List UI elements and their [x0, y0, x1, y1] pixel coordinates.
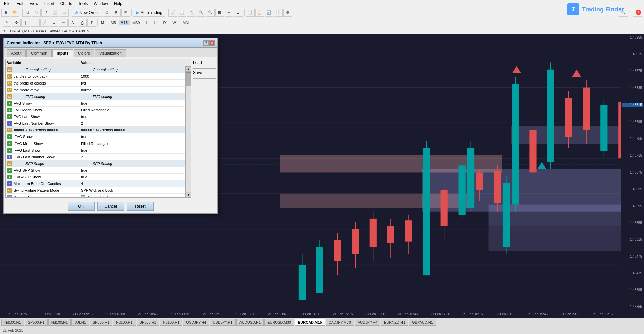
- tf-m15[interactable]: M15: [119, 20, 130, 25]
- toolbar-clock[interactable]: 🕐: [274, 9, 283, 17]
- ok-button[interactable]: OK: [68, 202, 95, 211]
- toolbar-forward[interactable]: ▷: [32, 9, 41, 17]
- menu-charts[interactable]: Charts: [58, 1, 75, 7]
- menu-tools[interactable]: Tools: [75, 1, 90, 7]
- table-row[interactable]: ▲ FVG Mode Show Filled Rectangale: [6, 107, 191, 113]
- table-row[interactable]: ab Swing Failure Pattern Mode SPF Wick a…: [6, 187, 191, 194]
- tf-h1[interactable]: H1: [142, 20, 151, 25]
- bottom-tab-13[interactable]: CADJPY,M30: [326, 319, 354, 326]
- dialog-close-button[interactable]: ✕: [209, 40, 215, 46]
- toolbar-crosshair[interactable]: ✛: [225, 9, 233, 17]
- bottom-tab-10[interactable]: AUDUSD,H1: [236, 319, 264, 326]
- bottom-tab-0[interactable]: Nd100,H1: [1, 319, 24, 326]
- toolbar-zoom-in[interactable]: 🔍: [206, 9, 215, 17]
- draw-cursor[interactable]: ↖: [3, 19, 11, 27]
- bottom-tab-1[interactable]: SP500,H1: [25, 319, 48, 326]
- dialog-help-button[interactable]: ?: [203, 40, 209, 46]
- toolbar-rect[interactable]: ▭: [60, 9, 69, 17]
- table-row[interactable]: ▲ FVG Last Show true: [6, 113, 191, 120]
- toolbar-grid[interactable]: ⊞: [215, 9, 224, 17]
- toolbar-btn1[interactable]: ⬡: [103, 9, 111, 17]
- draw-trendline[interactable]: ╱: [40, 19, 49, 27]
- bottom-tab-16[interactable]: GBPAUD,H1: [409, 319, 436, 326]
- autotrading-button[interactable]: ▶ AutoTrading: [133, 9, 165, 17]
- draw-label[interactable]: A̲: [78, 19, 87, 27]
- load-button[interactable]: Load: [193, 60, 216, 69]
- table-row[interactable]: ▲ iFVG Last Show true: [6, 147, 191, 154]
- tf-h4[interactable]: H4: [152, 20, 160, 25]
- toolbar-reload[interactable]: ↺: [41, 9, 50, 17]
- toolbar-period[interactable]: ⊿: [234, 9, 243, 17]
- bottom-tab-11[interactable]: EURUSD,M30: [264, 319, 294, 326]
- draw-line[interactable]: |: [21, 19, 30, 27]
- bottom-tab-6[interactable]: SP500,H1: [137, 319, 159, 326]
- tf-m1[interactable]: M1: [99, 20, 108, 25]
- draw-arrow[interactable]: ⬆: [87, 19, 96, 27]
- table-row[interactable]: ▲ iFVG Show true: [6, 133, 191, 140]
- bottom-tab-14[interactable]: AUDJPY,H4: [355, 319, 380, 326]
- tab-visualization[interactable]: Visualization: [95, 49, 126, 57]
- menu-file[interactable]: File: [1, 1, 13, 7]
- tf-m30[interactable]: M30: [130, 20, 142, 25]
- toolbar-template[interactable]: 📋: [255, 9, 264, 17]
- scrollbar-thumb[interactable]: [186, 72, 191, 86]
- table-row[interactable]: s iFVG Last Number Show 2: [6, 154, 191, 160]
- toolbar-chart1[interactable]: 📈: [168, 9, 177, 17]
- menu-insert[interactable]: Insert: [42, 1, 57, 7]
- toolbar-btn2[interactable]: ⚑: [112, 9, 121, 17]
- toolbar-indicator[interactable]: 📑: [246, 9, 255, 17]
- bottom-tab-3[interactable]: DJI,H1: [71, 319, 89, 326]
- tf-mn[interactable]: MN: [181, 20, 191, 25]
- save-button[interactable]: Save: [193, 70, 216, 79]
- toolbar-chart3[interactable]: 📉: [187, 9, 196, 17]
- table-row[interactable]: s Maximum BreakOut Candles 4: [6, 180, 191, 187]
- menu-window[interactable]: Window: [91, 1, 111, 7]
- menu-view[interactable]: View: [27, 1, 41, 7]
- bottom-tab-12[interactable]: EURCAD,M15: [295, 319, 325, 326]
- bottom-tab-2[interactable]: Nd100,H1: [48, 319, 71, 326]
- tf-w1[interactable]: W1: [171, 20, 180, 25]
- bottom-tab-4[interactable]: SP500,H1: [90, 319, 112, 326]
- draw-text[interactable]: A: [68, 19, 77, 27]
- bottom-tab-5[interactable]: Nd100,H1: [113, 319, 136, 326]
- table-row[interactable]: ▲ iFVG-SFP Show true: [6, 174, 191, 180]
- menu-edit[interactable]: Edit: [14, 1, 26, 7]
- table-row[interactable]: ab candles to look back 1000: [6, 73, 191, 80]
- toolbar-btn3[interactable]: ✉: [121, 9, 130, 17]
- bottom-tab-7[interactable]: Nd100,H1: [160, 319, 183, 326]
- draw-pen[interactable]: ✏: [59, 19, 68, 27]
- tab-common[interactable]: Common: [26, 49, 52, 57]
- toolbar-back[interactable]: ◁: [22, 9, 31, 17]
- cancel-button[interactable]: Cancel: [97, 202, 124, 211]
- bottom-tab-9[interactable]: USDJPY,H1: [210, 319, 235, 326]
- reset-button[interactable]: Reset: [127, 202, 154, 211]
- toolbar-open[interactable]: 📂: [11, 9, 19, 17]
- menu-help[interactable]: Help: [111, 1, 125, 7]
- table-row[interactable]: ◼ SupportZone 188,200,250: [6, 194, 191, 197]
- tf-m5[interactable]: M5: [109, 20, 118, 25]
- tab-colors[interactable]: Colors: [74, 49, 94, 57]
- table-row[interactable]: ▲ FVG-SFP Show true: [6, 167, 191, 174]
- draw-channel[interactable]: ≡: [50, 19, 58, 27]
- table-row[interactable]: ab the mode of fvg normal: [6, 87, 191, 93]
- tab-about[interactable]: About: [7, 49, 26, 57]
- table-row[interactable]: ▲ FVG Show true: [6, 100, 191, 107]
- tf-d1[interactable]: D1: [161, 20, 170, 25]
- table-row[interactable]: ▲ iFVG Mode Show Filled Rectangale: [6, 140, 191, 147]
- toolbar-stop[interactable]: ⬜: [51, 9, 59, 17]
- toolbar-expert[interactable]: ⚙: [283, 9, 292, 17]
- toolbar-zoom-out[interactable]: 🔍: [197, 9, 205, 17]
- table-row[interactable]: ab the prefix of objects fvg: [6, 80, 191, 87]
- scrollbar-up-button[interactable]: ▲: [186, 66, 191, 72]
- toolbar-chart2[interactable]: 📊: [178, 9, 186, 17]
- table-row[interactable]: s FVG Last Number Show 2: [6, 120, 191, 127]
- draw-hline[interactable]: —: [31, 19, 40, 27]
- toolbar-new[interactable]: ⊕: [1, 9, 10, 17]
- bottom-tab-15[interactable]: EURNZD,H1: [381, 319, 408, 326]
- tab-inputs[interactable]: Inputs: [52, 49, 73, 57]
- draw-cross[interactable]: ✛: [12, 19, 21, 27]
- scrollbar-down-button[interactable]: ▼: [186, 192, 191, 197]
- bottom-tab-8[interactable]: USDJPY,H4: [183, 319, 209, 326]
- new-order-button[interactable]: ⊕ New Order: [72, 9, 102, 17]
- toolbar-refresh[interactable]: 🔄: [265, 9, 273, 17]
